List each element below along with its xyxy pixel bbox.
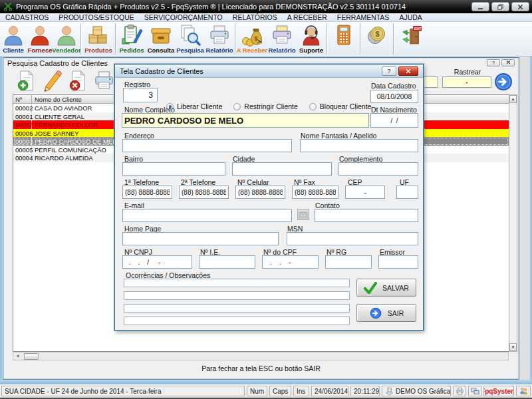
svg-text:$: $ [255,35,258,42]
scrollbar-thumb[interactable] [24,353,39,360]
minimize-button[interactable] [471,2,489,11]
menu-item-a-receber[interactable]: A RECEBER [287,13,327,21]
emissor-input[interactable] [378,255,418,269]
pesquisa-button[interactable]: Pesquisa [176,22,205,56]
status-time: 20:11:29 [350,386,380,396]
edit-client-button[interactable] [40,68,64,94]
scroll-up-icon[interactable]: ▲ [509,95,517,103]
fax-input[interactable] [292,186,338,199]
new-client-button[interactable] [14,68,38,94]
menu-item-ferramentas[interactable]: FERRAMENTAS [337,13,390,21]
search-window-help-button[interactable]: ? [487,59,500,66]
relatorio-button[interactable]: Relatório [205,22,234,56]
complemento-input[interactable] [338,162,418,176]
status-users[interactable] [516,386,531,396]
toolbar-label: Suporte [299,47,323,54]
calculator-icon [332,23,355,47]
drawer-icon [150,23,172,47]
column-header-num[interactable]: Nº [13,95,32,103]
exit-icon: EXIT [401,23,424,47]
cell-client-number: 00001 [13,112,32,121]
cidade-input[interactable] [232,162,332,176]
ocorrencias-line-1[interactable] [124,279,350,287]
cell-client-number: 00007 [13,120,32,129]
toolbar-separator [80,23,82,55]
scroll-down-icon[interactable]: ▼ [509,343,517,351]
bairro-input[interactable] [122,162,225,176]
fornecedor-button[interactable]: Fornece [27,22,53,56]
radio-button-icon[interactable] [233,103,241,110]
app-title: Programa OS Gráfica Rápida + Produtos v2… [16,3,406,11]
suporte-button[interactable]: Suporte [297,22,326,56]
radio-bloquear-cliente[interactable]: Bloquear Cliente [309,102,372,110]
restore-button[interactable] [491,2,509,11]
salvar-button[interactable]: SALVAR [356,279,416,297]
contato-input[interactable] [315,209,418,222]
nome-completo-input[interactable] [122,113,369,128]
toolbar-separator [327,23,328,55]
ocorrencias-line-4[interactable] [124,317,350,325]
rastrear-telefone-input[interactable]: - [442,76,491,88]
cliente-button[interactable]: Cliente [0,22,27,56]
moeda-button[interactable]: $ [362,22,392,56]
svg-text:$: $ [376,30,380,38]
vendedor-button[interactable]: Vendedor [53,22,80,56]
tel2-input[interactable] [179,186,229,199]
radio-restringir-cliente[interactable]: Restringir Cliente [233,102,298,110]
registro-input[interactable] [123,88,158,102]
print-list-button[interactable] [92,68,116,94]
cell-client-number: 00004 [13,154,32,162]
search-window-close-button[interactable] [501,59,515,66]
status-insert: Ins [293,386,309,396]
rastrear-go-button[interactable] [494,72,513,91]
menu-item-cadastros[interactable]: CADASTROS [5,13,49,21]
consulta-button[interactable]: Consulta [146,22,176,56]
uf-input[interactable] [396,186,418,199]
dt-nascimento-input[interactable] [370,113,418,128]
client-dialog-title: Tela Cadastro de Clientes [120,67,203,75]
pedidos-button[interactable]: Pedidos [117,22,146,56]
status-network[interactable] [468,386,481,396]
ocorrencias-line-3[interactable] [124,304,350,313]
endereco-input[interactable] [122,139,292,152]
msn-input[interactable] [287,232,418,245]
send-email-button[interactable] [297,209,309,220]
cnpj-input[interactable] [122,255,192,269]
delete-client-button[interactable] [66,68,90,94]
horizontal-scrollbar[interactable]: ◄ [13,352,509,360]
email-input[interactable] [122,209,292,222]
menu-item-relat-rios[interactable]: RELATÓRIOS [233,13,277,21]
data-cadastro-input[interactable] [370,90,418,103]
sair-button[interactable]: SAIR [356,304,416,322]
produtos-button[interactable]: Produtos [82,22,114,56]
menu-item-ajuda[interactable]: AJUDA [399,13,422,21]
a-receber-button[interactable]: $A Receber [237,22,267,56]
menu-item-produtos-estoque[interactable]: PRODUTOS/ESTOQUE [59,13,134,21]
relatorio2-button[interactable]: Relatório [267,22,297,56]
radio-button-icon[interactable] [309,103,317,110]
data-cadastro-label: Data Cadastro [371,82,416,90]
ie-input[interactable] [199,255,255,269]
status-radio-group: Liberar ClienteRestringir ClienteBloquea… [166,102,371,110]
status-printer[interactable] [453,386,466,396]
vertical-scrollbar[interactable]: ▲ ▼ [509,94,517,352]
calculadora-button[interactable] [329,22,359,56]
fantasia-input[interactable] [300,139,418,152]
menu-item-servi-o-or-amento[interactable]: SERVIÇO/ORÇAMENTO [144,13,223,21]
tel1-input[interactable] [122,186,172,199]
ocorrencias-line-2[interactable] [124,291,350,300]
dialog-help-button[interactable]: ? [382,66,396,76]
celular-input[interactable] [235,186,285,199]
toolbar-label: Pesquisa [176,47,204,54]
cell-client-number: 00002 [13,104,32,112]
homepage-input[interactable] [122,232,279,245]
rg-input[interactable] [325,255,372,269]
scroll-left-icon[interactable]: ◄ [13,352,22,360]
sair-app-button[interactable]: EXIT [395,22,430,56]
dialog-close-button[interactable] [398,66,418,76]
cep-input[interactable] [345,186,385,199]
cpf-input[interactable] [262,255,319,269]
close-button[interactable] [511,2,529,11]
cell-client-number: 00003 [13,137,32,146]
status-bar: SUA CIDADE - UF 24 de Junho de 2014 - Te… [0,384,532,398]
